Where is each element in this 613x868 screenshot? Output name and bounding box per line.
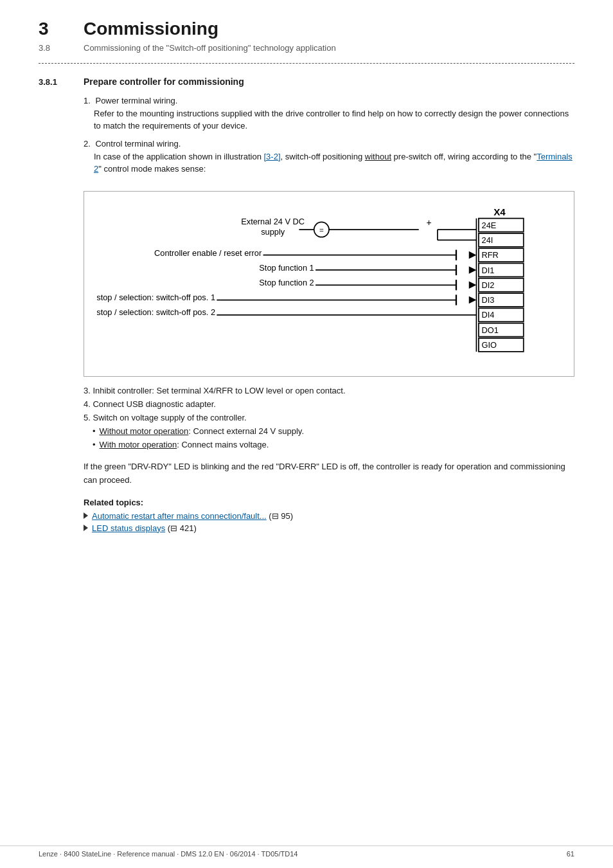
svg-text:24I: 24I (482, 235, 493, 245)
step-3-num: 3. (84, 386, 93, 395)
step-2-body: In case of the application shown in illu… (94, 150, 574, 176)
plus-sign: + (426, 217, 431, 228)
svg-text:DI1: DI1 (482, 265, 495, 275)
related-2-suffix: (⊟ 421) (165, 523, 197, 533)
footer-right: 61 (567, 850, 574, 858)
x4-label: X4 (493, 206, 506, 217)
step-2: 2. Control terminal wiring. In case of t… (84, 139, 574, 176)
section-subtitle: Commissioning of the "Switch-off positio… (84, 43, 336, 53)
step-5: 5. Switch on voltage supply of the contr… (84, 413, 574, 451)
step-2-text-end: " control mode makes sense: (98, 164, 206, 174)
related-label: Related topics: (84, 498, 574, 507)
svg-text:DI4: DI4 (482, 310, 495, 320)
step-1-header: 1. Power terminal wiring. (84, 96, 574, 105)
step-1: 1. Power terminal wiring. Refer to the m… (84, 96, 574, 132)
label-stop2: Stop function 2 (259, 278, 314, 287)
related-arrow-1 (84, 512, 88, 519)
diagram-svg: X4 24E 24I RFR DI1 DI2 DI3 (97, 202, 561, 366)
bullet-2-underline: With motor operation (100, 439, 177, 451)
step-1-label: Power terminal wiring. (95, 96, 177, 105)
content-area: 1. Power terminal wiring. Refer to the m… (84, 96, 574, 533)
arrow-di1 (469, 266, 477, 274)
step-3-text: Inhibit controller: Set terminal X4/RFR … (93, 386, 345, 395)
bullet-1-rest: : Connect external 24 V supply. (188, 425, 304, 438)
link-3-2[interactable]: [3-2] (264, 152, 281, 161)
page: 3 Commissioning 3.8 Commissioning of the… (0, 0, 613, 868)
svg-text:GIO: GIO (482, 340, 497, 350)
supply-label-1: External 24 V DC (241, 217, 305, 226)
step-4-text: Connect USB diagnostic adapter. (93, 399, 216, 409)
subsection-number: 3.8.1 (39, 77, 84, 87)
step-2-text-pre: In case of the application shown in illu… (94, 152, 264, 161)
section-number: 3.8 (39, 43, 84, 53)
arrow-di3 (469, 296, 477, 304)
info-text: If the green "DRV-RDY" LED is blinking a… (84, 460, 574, 487)
divider (39, 63, 574, 64)
link-automatic-restart[interactable]: Automatic restart after mains connection… (92, 511, 267, 521)
step-1-body: Refer to the mounting instructions suppl… (94, 107, 574, 132)
section-heading: 3.8.1 Prepare controller for commissioni… (39, 77, 574, 87)
svg-text:RFR: RFR (482, 250, 499, 260)
steps-continued: 3. Inhibit controller: Set terminal X4/R… (84, 386, 574, 451)
label-ccw: CCW rotat. quick stop / selection: switc… (97, 307, 215, 317)
svg-text:DO1: DO1 (482, 325, 499, 335)
subsection-title: Prepare controller for commissioning (84, 77, 244, 87)
step-4: 4. Connect USB diagnostic adapter. (84, 399, 574, 409)
arrow-di2 (469, 281, 477, 289)
arrow-rfr (469, 251, 477, 259)
label-cw: CW rotat. quick stop / selection: switch… (97, 292, 215, 302)
step-5-label: Switch on voltage supply of the controll… (93, 413, 246, 422)
related-item-2: LED status displays (⊟ 421) (84, 523, 574, 533)
svg-text:DI3: DI3 (482, 295, 495, 305)
svg-text:=: = (319, 226, 324, 234)
related-arrow-2 (84, 525, 88, 531)
label-stop1: Stop function 1 (259, 263, 314, 273)
chapter-title: Commissioning (84, 19, 218, 39)
bullet-1-underline: Without motor operation (100, 425, 189, 438)
related-item-1: Automatic restart after mains connection… (84, 511, 574, 521)
step-4-num: 4. (84, 399, 93, 409)
step-2-label: Control terminal wiring. (95, 139, 181, 149)
page-footer: Lenze · 8400 StateLine · Reference manua… (0, 845, 613, 858)
step-1-num: 1. (84, 96, 91, 105)
step-2-header: 2. Control terminal wiring. (84, 139, 574, 149)
footer-left: Lenze · 8400 StateLine · Reference manua… (39, 850, 298, 858)
wiring-diagram: X4 24E 24I RFR DI1 DI2 DI3 (84, 191, 574, 377)
chapter-header: 3 Commissioning (39, 19, 574, 39)
step-2-num: 2. (84, 139, 91, 149)
label-ctrl-enable: Controller enable / reset error (154, 248, 262, 258)
svg-text:DI2: DI2 (482, 280, 495, 290)
step-5-bullets: Without motor operation: Connect externa… (84, 425, 574, 451)
step-5-num: 5. (84, 413, 93, 422)
section-subheader: 3.8 Commissioning of the "Switch-off pos… (39, 43, 574, 53)
chapter-number: 3 (39, 19, 64, 39)
step-3: 3. Inhibit controller: Set terminal X4/R… (84, 386, 574, 395)
link-led-status[interactable]: LED status displays (92, 523, 165, 533)
step-2-text-mid: , switch-off positioning without pre-swi… (281, 152, 537, 161)
bullet-2-rest: : Connect mains voltage. (177, 439, 269, 451)
related-1-suffix: (⊟ 95) (267, 511, 293, 521)
related-topics: Related topics: Automatic restart after … (84, 498, 574, 533)
svg-text:24E: 24E (482, 221, 497, 230)
supply-label-2: supply (261, 227, 285, 237)
step-5-bullet-2: With motor operation: Connect mains volt… (93, 439, 574, 451)
step-5-bullet-1: Without motor operation: Connect externa… (93, 425, 574, 438)
